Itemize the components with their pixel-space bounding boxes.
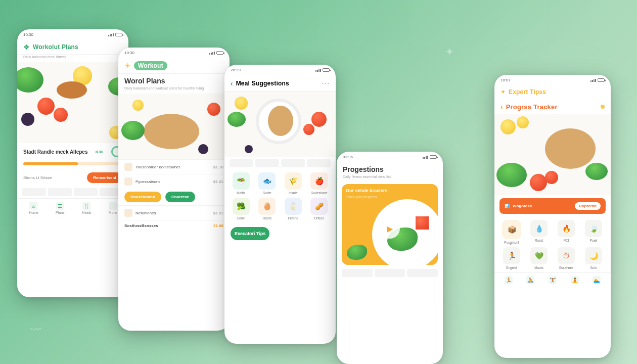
metric-tile[interactable]: 📦Posgmont (499, 220, 524, 244)
filter-tabs (224, 157, 336, 169)
list-item[interactable]: Youscomeer eodistouhet $1.10 (118, 159, 230, 174)
featured-card-title: Stadt Randle meck Allepes (23, 149, 87, 155)
category-tile[interactable]: 🥛Femno (282, 198, 305, 220)
home-icon: ⌂ (29, 202, 37, 210)
item-icon (124, 163, 132, 171)
category-tile[interactable]: 🥦Comit (230, 198, 253, 220)
status-bar: 03:36 (337, 152, 443, 161)
activity-swim[interactable]: 🏊 (593, 276, 601, 285)
run-icon: 🏃 (503, 247, 520, 264)
item-label: Pycessaleons (135, 179, 213, 184)
stat-chips (17, 186, 128, 198)
runner-icon: 🏃 (505, 276, 513, 284)
battery-icon (430, 155, 437, 159)
item-label: Netonlenes (135, 211, 213, 215)
play-button[interactable]: ▶ (380, 218, 400, 239)
more-icon[interactable]: ⋯ (322, 78, 330, 88)
category-grid: 🥗Maltis 🐟Sotlte 🌾Insate 🍎Sudestione 🥦Com… (224, 169, 336, 223)
filter-tab[interactable] (281, 159, 305, 167)
category-tile[interactable]: 🥚Oeuts (256, 198, 279, 220)
nav-plans[interactable]: ☰Plans (56, 202, 65, 214)
metric-tile[interactable]: ⏱Sssahnes (554, 247, 578, 269)
activity-lift[interactable]: 🏋 (549, 276, 557, 285)
metric-tile[interactable]: 🏃Engeist (499, 247, 524, 269)
status-dot-icon (601, 105, 605, 109)
hero-food-image (17, 62, 128, 143)
page-title: Progestions (343, 165, 437, 173)
status-time: 10:30 (124, 51, 134, 55)
footer-label: SostfussBsnsses (124, 223, 213, 228)
activity-yoga[interactable]: 🧘 (571, 276, 579, 285)
list-item[interactable]: Netonlenes $1.01 (118, 205, 230, 220)
filter-tab[interactable] (255, 159, 279, 167)
category-tile[interactable]: 🐟Sotlte (256, 172, 279, 195)
status-time: 10:30 (23, 32, 33, 37)
showcase-canvas: ✦ 〰 10:30 ❖ Workolut Plans Daily balance… (0, 0, 637, 364)
metric-tile[interactable]: 🌙Suts (581, 247, 606, 269)
banner-cta-button[interactable]: Ropterad (575, 202, 601, 210)
status-time: 20:39 (231, 68, 241, 72)
status-bar: 10:30 (17, 29, 128, 39)
deco-sparkle-icon: ✦ (445, 46, 454, 59)
sun-icon: ☀ (124, 62, 131, 70)
filter-tab[interactable] (230, 159, 253, 167)
metric-tile[interactable]: 💧Rosst (527, 220, 551, 244)
battery-icon (115, 33, 122, 36)
clock-icon: ⏱ (558, 247, 575, 264)
nav-more[interactable]: ⋯More (109, 202, 117, 214)
moon-icon: 🌙 (585, 247, 602, 264)
status-bar: 10:07 (494, 75, 611, 84)
fruit-icon: 🍎 (310, 172, 328, 190)
metric-tile[interactable]: 💚Mouts (527, 247, 551, 269)
heart-icon: 💚 (530, 247, 548, 264)
stat-chips (337, 267, 443, 279)
list-item[interactable]: Pycessaleons $1.01 (118, 174, 230, 189)
category-tile[interactable]: 🍎Sudestione (308, 172, 331, 195)
filter-tab[interactable] (307, 159, 331, 167)
activity-run[interactable]: 🏃 (505, 276, 513, 285)
progress-label: Shons Lt Srtsse (23, 175, 52, 180)
item-icon (124, 177, 132, 186)
bike-icon: 🚴 (526, 276, 534, 284)
app-header: ✦ Expert Tipss (494, 84, 611, 99)
battery-icon (216, 51, 223, 55)
primary-button[interactable]: Rousebound (124, 192, 161, 202)
status-time: 03:36 (343, 155, 353, 159)
category-tile[interactable]: 🥗Maltis (230, 172, 253, 195)
fork-icon: 🍴 (82, 202, 90, 210)
status-bar: 20:39 (224, 65, 336, 74)
app-title: Workout (134, 61, 167, 70)
phone-progress-tracker: 10:07 ✦ Expert Tipss ‹ Progrss Tracker 📊… (494, 75, 611, 358)
hero-food-image (118, 94, 230, 159)
phone-progestions: 03:36 Progestions Daily fitness essentia… (337, 152, 443, 364)
nav-meals[interactable]: 🍴Meals (82, 202, 92, 214)
secondary-button[interactable]: Cnorrese (165, 192, 195, 202)
metric-tile[interactable]: 🍃Poak (581, 220, 606, 244)
expert-tips-button[interactable]: Execatori Tips (231, 227, 269, 240)
page-subtitle: Daily balanced and workout plans for hea… (124, 85, 223, 94)
battery-icon (598, 78, 605, 82)
app-title: Expert Tipss (509, 88, 546, 96)
page-title: Worol Plans (124, 77, 223, 85)
activity-icons-row: 🏃 🚴 🏋 🧘 🏊 (494, 272, 611, 288)
item-value: $1.01 (213, 211, 223, 215)
start-button[interactable]: Rencerisent (87, 172, 122, 183)
banner-subtitle: Track your progress (346, 195, 377, 199)
metric-tile[interactable]: 🔥F03 (554, 220, 578, 244)
deco-curve-icon: 〰 (30, 324, 41, 337)
page-title: Meal Suggestions (236, 80, 289, 87)
category-tile[interactable]: 🌾Insate (282, 172, 305, 195)
app-header: ☀ Workout (118, 57, 230, 74)
phone-meal-suggestions: 20:39 ‹ Meal Suggestions ⋯ 🥗Maltis 🐟Sotl… (224, 65, 336, 344)
banner-title: Our setule tiracters (346, 188, 388, 193)
back-button[interactable]: ‹ (231, 79, 233, 87)
status-bar: 10:30 (118, 48, 230, 57)
grain-icon: 🌾 (285, 172, 302, 190)
activity-bike[interactable]: 🚴 (526, 276, 534, 285)
category-tile[interactable]: 🥜Drtees (308, 198, 331, 220)
battery-icon (323, 68, 330, 72)
nav-home[interactable]: ⌂Home (29, 202, 38, 214)
featured-card[interactable]: Our setule tiracters Track your progress… (342, 184, 438, 265)
back-button[interactable]: ‹ (500, 103, 503, 111)
item-label: Youscomeer eodistouhet (135, 165, 213, 169)
